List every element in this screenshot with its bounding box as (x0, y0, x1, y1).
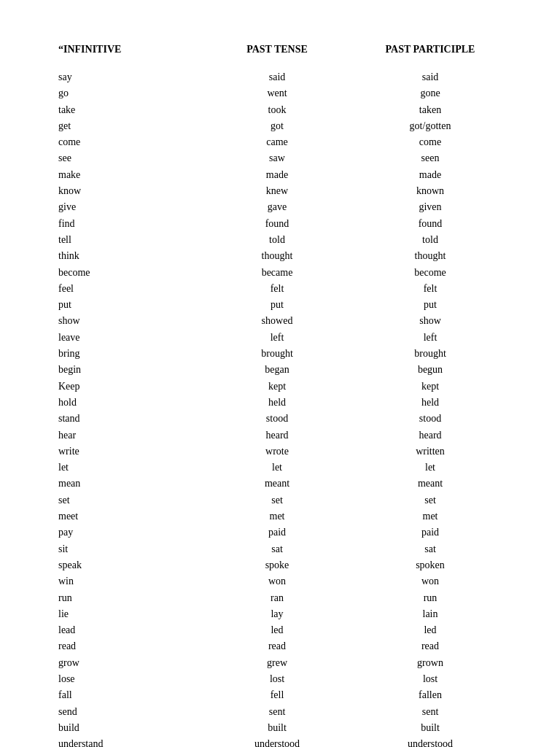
table-row: speakspokespoken (58, 558, 502, 573)
cell-past-participle: lost (350, 672, 510, 686)
cell-past-tense: took (204, 103, 350, 117)
cell-past-participle: gone (350, 86, 510, 101)
table-row: lielaylain (58, 607, 502, 622)
cell-past-participle: made (350, 168, 510, 182)
table-row: becomebecamebecome (58, 266, 502, 280)
cell-past-participle: met (350, 509, 510, 524)
cell-past-participle: felt (350, 282, 510, 296)
table-row: meanmeantmeant (58, 476, 502, 491)
cell-past-tense: built (204, 721, 350, 735)
cell-past-tense: brought (204, 347, 350, 361)
cell-past-participle: led (350, 623, 510, 638)
cell-past-tense: ran (204, 591, 350, 605)
table-row: holdheldheld (58, 395, 502, 410)
cell-past-participle: told (350, 233, 510, 247)
cell-past-participle: seen (350, 151, 510, 166)
table-body: saysaidsaidgowentgonetaketooktakengetgot… (58, 70, 502, 747)
table-row: letletlet (58, 460, 502, 475)
cell-infinitive: Keep (58, 379, 204, 394)
cell-infinitive: tell (58, 233, 204, 247)
cell-past-tense: began (204, 363, 350, 377)
cell-past-tense: led (204, 623, 350, 638)
cell-past-participle: lain (350, 607, 510, 622)
table-row: bringbroughtbrought (58, 347, 502, 361)
cell-past-tense: held (204, 395, 350, 410)
cell-infinitive: bring (58, 347, 204, 361)
table-row: comecamecome (58, 135, 502, 150)
cell-past-participle: brought (350, 347, 510, 361)
cell-infinitive: lose (58, 672, 204, 686)
table-row: standstoodstood (58, 411, 502, 426)
cell-infinitive: stand (58, 411, 204, 426)
cell-infinitive: fall (58, 688, 204, 703)
table-row: loselostlost (58, 672, 502, 686)
cell-past-tense: wrote (204, 444, 350, 459)
cell-past-tense: read (204, 639, 350, 654)
cell-infinitive: pay (58, 525, 204, 540)
cell-infinitive: feel (58, 282, 204, 296)
cell-past-tense: made (204, 168, 350, 182)
cell-past-tense: lost (204, 672, 350, 686)
cell-past-participle: set (350, 493, 510, 508)
table-row: putputput (58, 298, 502, 312)
table-row: meetmetmet (58, 509, 502, 524)
cell-infinitive: see (58, 151, 204, 166)
cell-past-participle: grown (350, 656, 510, 670)
table-row: growgrewgrown (58, 656, 502, 670)
cell-past-tense: let (204, 460, 350, 475)
table-row: findfoundfound (58, 217, 502, 231)
cell-past-participle: heard (350, 428, 510, 443)
cell-infinitive: sit (58, 542, 204, 557)
table-row: beginbeganbegun (58, 363, 502, 377)
cell-infinitive: run (58, 591, 204, 605)
cell-past-participle: paid (350, 525, 510, 540)
cell-infinitive: put (58, 298, 204, 312)
cell-past-participle: understood (350, 737, 510, 747)
cell-infinitive: say (58, 70, 204, 85)
cell-past-participle: begun (350, 363, 510, 377)
cell-past-tense: saw (204, 151, 350, 166)
cell-past-participle: kept (350, 379, 510, 394)
cell-infinitive: find (58, 217, 204, 231)
cell-infinitive: win (58, 574, 204, 589)
cell-past-tense: told (204, 233, 350, 247)
table-row: taketooktaken (58, 103, 502, 117)
cell-past-participle: run (350, 591, 510, 605)
table-row: thinkthoughtthought (58, 249, 502, 263)
cell-past-tense: kept (204, 379, 350, 394)
cell-past-tense: found (204, 217, 350, 231)
table-row: setsetset (58, 493, 502, 508)
cell-past-tense: knew (204, 184, 350, 198)
table-row: Keepkeptkept (58, 379, 502, 394)
cell-past-participle: known (350, 184, 510, 198)
cell-past-tense: set (204, 493, 350, 508)
cell-past-participle: meant (350, 476, 510, 491)
table-row: makemademade (58, 168, 502, 182)
header-infinitive: “INFINITIVE (58, 44, 204, 55)
cell-infinitive: hold (58, 395, 204, 410)
table-row: getgotgot/gotten (58, 119, 502, 133)
cell-infinitive: take (58, 103, 204, 117)
cell-infinitive: begin (58, 363, 204, 377)
table-row: seesawseen (58, 151, 502, 166)
cell-past-participle: read (350, 639, 510, 654)
cell-infinitive: hear (58, 428, 204, 443)
cell-past-tense: fell (204, 688, 350, 703)
table-row: buildbuiltbuilt (58, 721, 502, 735)
cell-past-participle: spoken (350, 558, 510, 573)
table-row: sitsatsat (58, 542, 502, 557)
table-row: hearheardheard (58, 428, 502, 443)
cell-past-participle: thought (350, 249, 510, 263)
table-row: telltoldtold (58, 233, 502, 247)
table-row: knowknewknown (58, 184, 502, 198)
cell-infinitive: speak (58, 558, 204, 573)
cell-past-participle: built (350, 721, 510, 735)
cell-infinitive: write (58, 444, 204, 459)
table-row: paypaidpaid (58, 525, 502, 540)
cell-past-tense: went (204, 86, 350, 101)
cell-infinitive: let (58, 460, 204, 475)
cell-past-tense: understood (204, 737, 350, 747)
cell-past-tense: met (204, 509, 350, 524)
cell-past-tense: said (204, 70, 350, 85)
cell-past-participle: written (350, 444, 510, 459)
